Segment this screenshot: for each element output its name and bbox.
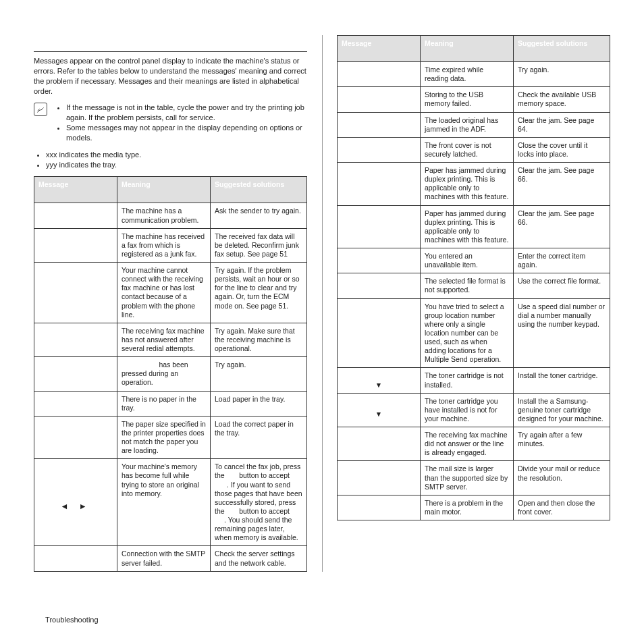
msg-text: Install Toner xyxy=(358,371,400,379)
table-row: File Format Not Supported The selected f… xyxy=(338,273,610,298)
solution-cell: Try again. xyxy=(514,62,610,87)
msg-connection-error: Connection Error xyxy=(34,546,117,571)
col-meaning: Meaning xyxy=(117,177,211,203)
meaning-cell: The front cover is not securely latched. xyxy=(421,137,514,162)
table-row: Data Write Fail Check USB Mem. Storing t… xyxy=(338,87,610,112)
intro-paragraph: Messages appear on the control panel dis… xyxy=(34,56,307,96)
solution-cell: Clear the jam. See page 66. xyxy=(514,205,610,248)
solution-cell: Check the available USB memory space. xyxy=(514,87,610,112)
solution-cell: Install the a Samsung-genuine toner cart… xyxy=(514,393,610,427)
msg-group-not-available: Group Not Available xyxy=(338,298,421,368)
table-row: [yyy] Paper Empty There is no paper in t… xyxy=(34,391,307,416)
table-row: Line Busy The receiving fax machine did … xyxy=(338,427,610,461)
sol-part: . You should send the remaining pages la… xyxy=(215,516,298,541)
solution-cell: Clear the jam. See page 64. xyxy=(514,112,610,137)
solution-cell: To cancel the fax job, press the OK butt… xyxy=(211,459,307,546)
col-message: Message xyxy=(34,177,117,203)
table-row: Document Jam The loaded original has jam… xyxy=(338,112,610,137)
two-column-layout: Understanding display messages Messages … xyxy=(34,35,610,572)
table-row: Duplex Jam 0 Check Inside Paper has jamm… xyxy=(338,163,610,206)
table-row: Enter Again You entered an unavailable i… xyxy=(338,248,610,273)
solution-cell: The received fax data will be deleted. R… xyxy=(211,228,307,262)
solution-cell: Ask the sender to try again. xyxy=(211,203,307,228)
solution-cell: Load paper in the tray. xyxy=(211,391,307,416)
messages-table-right: Message Meaning Suggested solutions Data… xyxy=(337,35,610,520)
msg-data-write-fail: Data Write Fail Check USB Mem. xyxy=(338,87,421,112)
meaning-cell: The receiving fax machine did not answer… xyxy=(421,427,514,461)
table-row: Connection Error Connection with the SMT… xyxy=(34,546,307,571)
meaning-cell: The selected file format is not supporte… xyxy=(421,273,514,298)
stop-clear-label: Stop/Clear xyxy=(122,360,157,369)
msg-comm-error: [COMM. Error] xyxy=(34,203,117,228)
meaning-cell: The receiving fax machine has not answer… xyxy=(117,323,211,356)
left-right-arrows-icon: ◄ ► xyxy=(60,502,90,511)
no-label: No xyxy=(215,516,224,524)
note-icon xyxy=(34,103,47,116)
sol-part: button to accept xyxy=(237,471,290,479)
solution-cell: Load the correct paper in the tray. xyxy=(211,416,307,459)
solution-cell: Divide your mail or reduce the resolutio… xyxy=(514,461,610,495)
table-row: [No Answer] The receiving fax machine ha… xyxy=(34,323,307,356)
msg-no-answer: [No Answer] xyxy=(34,323,117,356)
table-row: Data Read Fail Check USB Mem. Time expir… xyxy=(338,62,610,87)
note-box: If the message is not in the table, cycl… xyxy=(34,103,307,142)
solution-cell: Check the server settings and the networ… xyxy=(211,546,307,571)
col-solutions: Suggested solutions xyxy=(514,36,610,62)
meaning-cell: The mail size is larger than the support… xyxy=(421,461,514,495)
table-header-row: Message Meaning Suggested solutions xyxy=(34,177,307,203)
col-meaning: Meaning xyxy=(421,36,514,62)
table-row: [Stop Pressed] Stop/Clear has been press… xyxy=(34,357,307,391)
table-row: Group Not Available You have tried to se… xyxy=(338,298,610,368)
meaning-cell: The paper size specified in the printer … xyxy=(117,416,211,459)
table-row: [Line Error] Your machine cannot connect… xyxy=(34,263,307,323)
legend-list: xxx indicates the media type. yyy indica… xyxy=(34,150,307,170)
meaning-cell: The loaded original has jammed in the AD… xyxy=(421,112,514,137)
legend-item: xxx indicates the media type. xyxy=(46,150,307,160)
table-row: Duplex Jam 1 Open/Close Door Paper has j… xyxy=(338,205,610,248)
table-row: Invalid Toner ▼ The toner cartridge you … xyxy=(338,393,610,427)
manual-page: Understanding display messages Messages … xyxy=(0,0,644,644)
ok-button-label: OK xyxy=(227,471,238,479)
triangle-down-icon: ▼ xyxy=(375,381,382,389)
solution-cell: Close the cover until it locks into plac… xyxy=(514,137,610,162)
msg-paper-empty: [yyy] Paper Empty xyxy=(34,391,117,416)
note-list: If the message is not in the table, cycl… xyxy=(54,103,307,142)
messages-table-left: Message Meaning Suggested solutions [COM… xyxy=(34,176,307,571)
table-header-row: Message Meaning Suggested solutions xyxy=(338,36,610,62)
solution-cell: Try again after a few minutes. xyxy=(514,427,610,461)
column-divider xyxy=(322,35,323,572)
table-row: Door Open The front cover is not securel… xyxy=(338,137,610,162)
msg-line-error: [Line Error] xyxy=(34,263,117,323)
meaning-cell: You entered an unavailable item. xyxy=(421,248,514,273)
col-solutions: Suggested solutions xyxy=(211,177,307,203)
msg-door-open: Door Open xyxy=(338,137,421,162)
table-row: Cancel? ◄ ► Your machine's memory has be… xyxy=(34,459,307,546)
left-column: Understanding display messages Messages … xyxy=(34,35,307,572)
solution-cell: Install the toner cartridge. xyxy=(514,368,610,393)
note-item: If the message is not in the table, cycl… xyxy=(66,103,307,123)
meaning-cell: Stop/Clear has been pressed during an op… xyxy=(117,357,211,391)
msg-duplex-jam-0: Duplex Jam 0 Check Inside xyxy=(338,163,421,206)
meaning-cell: Storing to the USB memory failed. xyxy=(421,87,514,112)
table-row: [COMM. Error] The machine has a communic… xyxy=(34,203,307,228)
meaning-cell: The machine has received a fax from whic… xyxy=(117,228,211,262)
solution-cell: Try again. xyxy=(211,357,307,391)
msg-install-toner: Install Toner ▼ xyxy=(338,368,421,393)
msg-stop-pressed: [Stop Pressed] xyxy=(34,357,117,391)
sol-part: button to accept xyxy=(237,507,290,515)
msg-cancel: Cancel? ◄ ► xyxy=(34,459,117,546)
msg-mail-exceeds: Mail Exceeds Server Support xyxy=(338,461,421,495)
table-row: [yyy] Paper Mismatch The paper size spec… xyxy=(34,416,307,459)
yes-label: Yes xyxy=(215,481,227,489)
msg-data-read-fail: Data Read Fail Check USB Mem. xyxy=(338,62,421,87)
msg-enter-again: Enter Again xyxy=(338,248,421,273)
triangle-down-icon: ▼ xyxy=(375,410,382,418)
meaning-cell: Time expired while reading data. xyxy=(421,62,514,87)
meaning-cell: You have tried to select a group locatio… xyxy=(421,298,514,368)
solution-cell: Try again. Make sure that the receiving … xyxy=(211,323,307,356)
meaning-cell: Paper has jammed during duplex printing.… xyxy=(421,205,514,248)
meaning-cell: The toner cartridge is not installed. xyxy=(421,368,514,393)
meaning-cell: There is a problem in the main motor. xyxy=(421,495,514,520)
solution-cell: Clear the jam. See page 66. xyxy=(514,163,610,206)
table-row: Install Toner ▼ The toner cartridge is n… xyxy=(338,368,610,393)
